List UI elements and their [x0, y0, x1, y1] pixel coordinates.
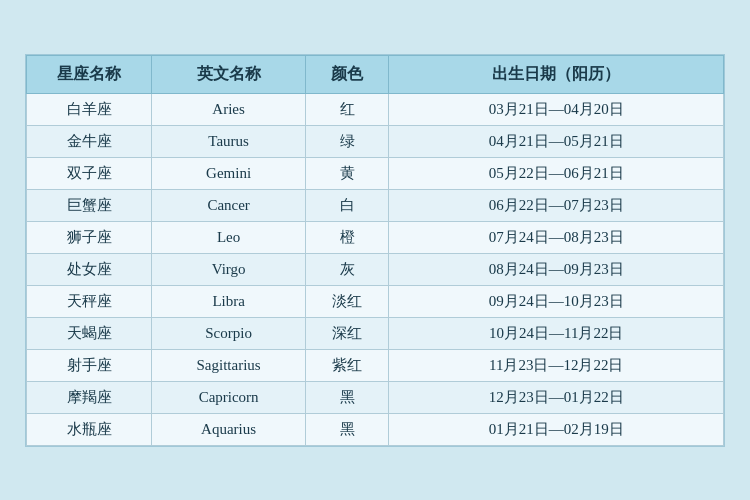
cell-chinese: 天蝎座 — [27, 317, 152, 349]
cell-color: 橙 — [305, 221, 389, 253]
cell-date: 10月24日—11月22日 — [389, 317, 724, 349]
cell-chinese: 双子座 — [27, 157, 152, 189]
table-row: 摩羯座Capricorn黑12月23日—01月22日 — [27, 381, 724, 413]
cell-color: 黄 — [305, 157, 389, 189]
cell-chinese: 狮子座 — [27, 221, 152, 253]
cell-english: Virgo — [152, 253, 305, 285]
header-chinese: 星座名称 — [27, 55, 152, 93]
cell-chinese: 摩羯座 — [27, 381, 152, 413]
cell-color: 紫红 — [305, 349, 389, 381]
table-row: 金牛座Taurus绿04月21日—05月21日 — [27, 125, 724, 157]
cell-color: 绿 — [305, 125, 389, 157]
table-row: 处女座Virgo灰08月24日—09月23日 — [27, 253, 724, 285]
table-row: 水瓶座Aquarius黑01月21日—02月19日 — [27, 413, 724, 445]
cell-chinese: 巨蟹座 — [27, 189, 152, 221]
cell-english: Cancer — [152, 189, 305, 221]
cell-english: Leo — [152, 221, 305, 253]
cell-date: 04月21日—05月21日 — [389, 125, 724, 157]
cell-english: Scorpio — [152, 317, 305, 349]
cell-color: 红 — [305, 93, 389, 125]
cell-color: 灰 — [305, 253, 389, 285]
cell-english: Aquarius — [152, 413, 305, 445]
table-row: 狮子座Leo橙07月24日—08月23日 — [27, 221, 724, 253]
cell-chinese: 白羊座 — [27, 93, 152, 125]
cell-date: 05月22日—06月21日 — [389, 157, 724, 189]
cell-date: 09月24日—10月23日 — [389, 285, 724, 317]
cell-chinese: 水瓶座 — [27, 413, 152, 445]
cell-english: Sagittarius — [152, 349, 305, 381]
table-row: 双子座Gemini黄05月22日—06月21日 — [27, 157, 724, 189]
table-row: 天蝎座Scorpio深红10月24日—11月22日 — [27, 317, 724, 349]
cell-english: Gemini — [152, 157, 305, 189]
cell-date: 06月22日—07月23日 — [389, 189, 724, 221]
cell-date: 08月24日—09月23日 — [389, 253, 724, 285]
table-header-row: 星座名称 英文名称 颜色 出生日期（阳历） — [27, 55, 724, 93]
table-row: 巨蟹座Cancer白06月22日—07月23日 — [27, 189, 724, 221]
cell-english: Capricorn — [152, 381, 305, 413]
table-row: 天秤座Libra淡红09月24日—10月23日 — [27, 285, 724, 317]
header-english: 英文名称 — [152, 55, 305, 93]
cell-chinese: 射手座 — [27, 349, 152, 381]
cell-date: 12月23日—01月22日 — [389, 381, 724, 413]
table-row: 射手座Sagittarius紫红11月23日—12月22日 — [27, 349, 724, 381]
header-date: 出生日期（阳历） — [389, 55, 724, 93]
cell-color: 深红 — [305, 317, 389, 349]
cell-english: Aries — [152, 93, 305, 125]
zodiac-table: 星座名称 英文名称 颜色 出生日期（阳历） 白羊座Aries红03月21日—04… — [26, 55, 724, 446]
table-row: 白羊座Aries红03月21日—04月20日 — [27, 93, 724, 125]
zodiac-table-container: 星座名称 英文名称 颜色 出生日期（阳历） 白羊座Aries红03月21日—04… — [25, 54, 725, 447]
cell-chinese: 金牛座 — [27, 125, 152, 157]
cell-color: 淡红 — [305, 285, 389, 317]
header-color: 颜色 — [305, 55, 389, 93]
cell-color: 黑 — [305, 381, 389, 413]
cell-date: 01月21日—02月19日 — [389, 413, 724, 445]
cell-chinese: 处女座 — [27, 253, 152, 285]
cell-date: 11月23日—12月22日 — [389, 349, 724, 381]
cell-english: Libra — [152, 285, 305, 317]
cell-color: 白 — [305, 189, 389, 221]
cell-color: 黑 — [305, 413, 389, 445]
cell-chinese: 天秤座 — [27, 285, 152, 317]
cell-date: 07月24日—08月23日 — [389, 221, 724, 253]
cell-date: 03月21日—04月20日 — [389, 93, 724, 125]
cell-english: Taurus — [152, 125, 305, 157]
